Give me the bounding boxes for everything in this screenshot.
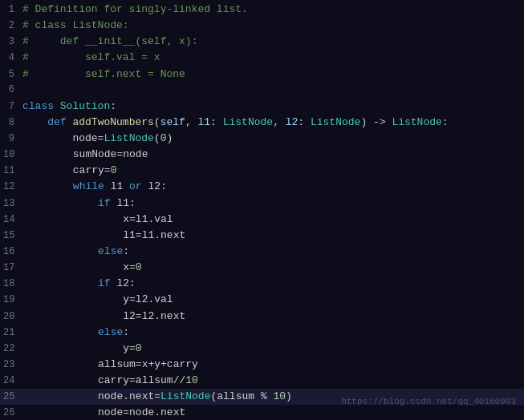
line-code: else: <box>22 244 524 260</box>
line-code: x=0 <box>22 260 524 276</box>
code-line: 18 if l2: <box>0 276 524 292</box>
token: ) -> <box>360 116 392 128</box>
code-line: 22 y=0 <box>0 341 524 357</box>
token: l2 <box>286 116 299 128</box>
line-number: 13 <box>0 196 22 212</box>
line-number: 24 <box>0 374 22 389</box>
token: l2: <box>111 277 136 289</box>
token: 10 <box>273 390 286 402</box>
token <box>22 326 98 338</box>
token: : <box>442 116 449 128</box>
watermark: https://blog.csdn.net/qq_40160983 <box>341 395 516 409</box>
code-line: 6 <box>0 83 524 99</box>
line-code: carry=allsum//10 <box>22 373 524 389</box>
line-number: 6 <box>0 83 22 98</box>
line-code: sumNode=node <box>22 147 524 163</box>
token: ListNode <box>392 116 441 128</box>
token: else <box>98 245 123 257</box>
code-line: 21 else: <box>0 325 524 341</box>
token: l1 <box>197 116 210 128</box>
token: : <box>210 116 223 128</box>
token: (allsum % <box>210 390 273 402</box>
code-line: 2# class ListNode: <box>0 18 524 34</box>
line-code: # self.next = None <box>22 67 524 83</box>
line-code: if l1: <box>22 196 524 212</box>
token: ListNode <box>311 116 360 128</box>
line-number: 17 <box>0 260 22 276</box>
token: ListNode <box>160 390 210 402</box>
line-code: x=l1.val <box>22 212 524 228</box>
code-line: 20 l2=l2.next <box>0 309 524 325</box>
token: carry=allsum// <box>22 374 185 386</box>
token: l1 <box>104 180 129 192</box>
code-line: 13 if l1: <box>0 196 524 212</box>
code-line: 3# def __init__(self, x): <box>0 34 524 50</box>
line-code: allsum=x+y+carry <box>22 357 524 373</box>
line-code: class Solution: <box>22 99 524 115</box>
line-number: 12 <box>0 180 22 195</box>
token: , <box>185 116 198 128</box>
line-number: 3 <box>0 34 22 50</box>
code-line: 14 x=l1.val <box>0 212 524 228</box>
token: ( <box>154 132 160 144</box>
token: # self.val = x <box>22 51 160 63</box>
token: # Definition for singly-linked list. <box>22 3 248 15</box>
token: x=l1.val <box>22 213 173 225</box>
token: # self.next = None <box>22 68 185 80</box>
token <box>22 197 98 209</box>
line-code: l2=l2.next <box>22 309 524 325</box>
line-number: 19 <box>0 293 22 308</box>
token: 0 <box>111 164 117 176</box>
token: y= <box>22 342 135 354</box>
token: l2=l2.next <box>22 310 185 322</box>
line-number: 11 <box>0 164 22 179</box>
token <box>22 277 98 289</box>
code-line: 19 y=l2.val <box>0 292 524 308</box>
line-code: # self.val = x <box>22 50 524 66</box>
line-code: node=ListNode(0) <box>22 131 524 147</box>
token: x= <box>22 261 135 273</box>
line-number: 1 <box>0 2 22 18</box>
line-code: l1=l1.next <box>22 228 524 244</box>
token: ListNode <box>104 132 153 144</box>
line-number: 8 <box>0 115 22 131</box>
token: # def __init__(self, x): <box>22 35 197 47</box>
token: else <box>98 326 123 338</box>
line-number: 9 <box>0 131 22 147</box>
line-number: 4 <box>0 50 22 66</box>
token: while <box>73 180 104 192</box>
token: self <box>160 116 185 128</box>
token: l1=l1.next <box>22 229 185 241</box>
code-line: 5# self.next = None <box>0 67 524 83</box>
token: or <box>129 180 142 192</box>
token: ) <box>286 390 292 402</box>
line-code: # class ListNode: <box>22 18 524 34</box>
token: # class ListNode: <box>22 19 129 31</box>
code-line: 16 else: <box>0 244 524 260</box>
token: : <box>123 245 129 257</box>
token: ListNode <box>223 116 273 128</box>
code-line: 8 def addTwoNumbers(self, l1: ListNode, … <box>0 115 524 131</box>
token: node= <box>22 132 104 144</box>
code-line: 7class Solution: <box>0 99 524 115</box>
line-number: 25 <box>0 390 22 405</box>
token: y=l2.val <box>22 293 173 305</box>
code-line: 24 carry=allsum//10 <box>0 373 524 389</box>
line-code: y=0 <box>22 341 524 357</box>
line-number: 15 <box>0 228 22 244</box>
code-line: 4# self.val = x <box>0 50 524 66</box>
code-line: 11 carry=0 <box>0 163 524 179</box>
token: node.next= <box>22 390 160 402</box>
token: if <box>98 277 111 289</box>
token: node=node.next <box>22 406 185 418</box>
token: 10 <box>185 374 198 386</box>
line-number: 16 <box>0 244 22 260</box>
code-line: 1# Definition for singly-linked list. <box>0 2 524 18</box>
line-number: 26 <box>0 406 22 420</box>
line-code: # def __init__(self, x): <box>22 34 524 50</box>
code-line: 17 x=0 <box>0 260 524 276</box>
token: addTwoNumbers <box>72 116 153 128</box>
token: 0 <box>136 342 142 354</box>
token: : <box>110 100 116 112</box>
token: sumNode=node <box>22 148 148 160</box>
